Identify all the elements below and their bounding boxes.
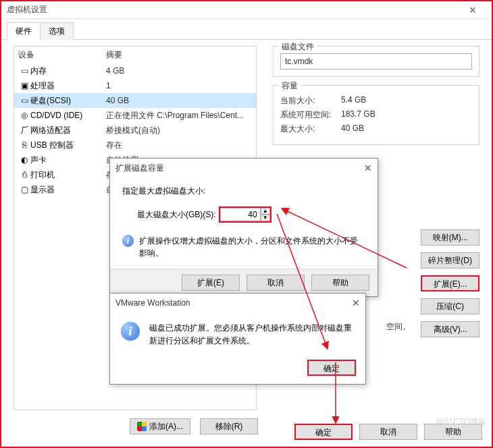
expand-cancel-button[interactable]: 取消: [246, 275, 305, 291]
device-name: 打印机: [30, 169, 106, 181]
ok-button[interactable]: 确定: [294, 424, 353, 440]
device-name: 声卡: [30, 155, 106, 166]
current-size-label: 当前大小:: [280, 95, 341, 107]
add-device-label: 添加(A)...: [149, 421, 183, 432]
max-size-label: 最大大小:: [280, 123, 341, 135]
uac-shield-icon: [137, 422, 147, 431]
device-row[interactable]: ⺁网络适配器桥接模式(自动): [14, 123, 256, 138]
device-name: 网络适配器: [30, 125, 106, 136]
capacity-caption: 容量: [279, 80, 301, 92]
close-icon[interactable]: ✕: [459, 5, 486, 16]
col-device-header: 设备: [18, 49, 106, 61]
device-name: 显示器: [30, 184, 106, 196]
max-size-value: 40 GB: [341, 123, 364, 135]
device-summary: 存在: [106, 140, 252, 151]
spinner-up-icon[interactable]: ▲: [261, 208, 270, 215]
confirm-message: 磁盘已成功扩展。您必须从客户机操作系统内部对磁盘重新进行分区和扩展文件系统。: [149, 322, 355, 347]
expand-dialog-close-icon[interactable]: ✕: [364, 163, 372, 173]
current-size-value: 5.4 GB: [341, 95, 366, 107]
device-icon: ▢: [18, 185, 30, 194]
expand-prompt: 指定最大虚拟磁盘大小:: [122, 186, 365, 197]
expand-dialog-title: 扩展磁盘容量: [115, 163, 364, 174]
disk-action-column: 映射(M)... 碎片整理(D) 扩展(E)... 压缩(C) 高级(V)...: [421, 229, 479, 337]
device-row[interactable]: ▭硬盘(SCSI)40 GB: [14, 93, 256, 108]
device-icon: ▣: [18, 81, 30, 90]
device-icon: ⎘: [18, 140, 30, 150]
device-row[interactable]: ⎘USB 控制器存在: [14, 138, 256, 152]
confirm-title: VMware Workstation: [115, 298, 352, 308]
device-name: 硬盘(SCSI): [30, 95, 106, 107]
info-icon: i: [121, 322, 140, 341]
defrag-button[interactable]: 碎片整理(D): [421, 252, 479, 269]
advanced-button[interactable]: 高级(V)...: [421, 321, 479, 337]
tab-hardware[interactable]: 硬件: [7, 22, 41, 40]
confirm-close-icon[interactable]: ✕: [352, 298, 360, 308]
watermark: @51CTO博客: [436, 416, 486, 428]
device-icon: ⎙: [18, 170, 30, 179]
free-space-value: 183.7 GB: [341, 109, 375, 121]
vmware-confirm-dialog: VMware Workstation ✕ i 磁盘已成功扩展。您必须从客户机操作…: [109, 293, 366, 385]
device-icon: ▭: [18, 96, 30, 105]
expand-help-button[interactable]: 帮助: [311, 275, 369, 291]
device-icon: ▭: [18, 66, 30, 76]
free-space-label: 系统可用空间:: [280, 109, 341, 121]
device-header: 设备 摘要: [14, 47, 256, 63]
device-icon: ◎: [18, 111, 30, 120]
device-row[interactable]: ▣处理器1: [14, 78, 256, 93]
device-icon: ◐: [18, 155, 30, 165]
device-summary: 4 GB: [106, 66, 252, 76]
space-fragment-label: 空间。: [386, 321, 411, 333]
disk-file-caption: 磁盘文件: [279, 41, 317, 53]
device-summary: 桥接模式(自动): [106, 125, 252, 136]
add-device-button[interactable]: 添加(A)...: [130, 418, 190, 435]
device-row[interactable]: ▭内存4 GB: [14, 63, 256, 78]
device-summary: 正在使用文件 C:\Program Files\Cent...: [106, 110, 252, 121]
cancel-button[interactable]: 取消: [359, 424, 417, 440]
expand-info-text: 扩展操作仅增大虚拟磁盘的大小，分区和文件系统的大小不受影响。: [139, 235, 365, 259]
window-titlebar: 虚拟机设置 ✕: [1, 1, 492, 19]
tab-options[interactable]: 选项: [40, 22, 74, 40]
map-button[interactable]: 映射(M)...: [421, 229, 479, 246]
capacity-group: 容量 当前大小:5.4 GB 系统可用空间:183.7 GB 最大大小:40 G…: [273, 85, 479, 145]
info-icon: i: [122, 235, 134, 247]
max-disk-size-spinner[interactable]: ▲ ▼: [219, 206, 271, 223]
disk-file-input[interactable]: [280, 53, 472, 69]
device-summary: 40 GB: [106, 96, 252, 105]
window-title: 虚拟机设置: [7, 4, 459, 16]
expand-disk-dialog: 扩展磁盘容量 ✕ 指定最大虚拟磁盘大小: 最大磁盘大小(GB)(S): ▲ ▼ …: [109, 158, 378, 297]
compress-button[interactable]: 压缩(C): [421, 298, 479, 314]
expand-button[interactable]: 扩展(E)...: [421, 275, 479, 291]
device-name: 处理器: [30, 80, 106, 92]
expand-confirm-button[interactable]: 扩展(E): [182, 275, 240, 291]
device-row[interactable]: ◎CD/DVD (IDE)正在使用文件 C:\Program Files\Cen…: [14, 108, 256, 123]
device-name: CD/DVD (IDE): [30, 111, 106, 120]
disk-file-group: 磁盘文件: [273, 46, 479, 77]
remove-device-button[interactable]: 移除(R): [200, 418, 258, 435]
confirm-ok-button[interactable]: 确定: [307, 360, 356, 376]
device-icon: ⺁: [18, 125, 30, 136]
device-summary: 1: [106, 81, 252, 90]
spinner-down-icon[interactable]: ▼: [261, 215, 270, 221]
col-summary-header: 摘要: [106, 49, 122, 61]
max-disk-size-label: 最大磁盘大小(GB)(S):: [137, 209, 216, 221]
tab-strip: 硬件 选项: [1, 19, 492, 40]
device-name: USB 控制器: [30, 140, 106, 151]
device-name: 内存: [30, 65, 106, 77]
max-disk-size-input[interactable]: [220, 208, 261, 221]
